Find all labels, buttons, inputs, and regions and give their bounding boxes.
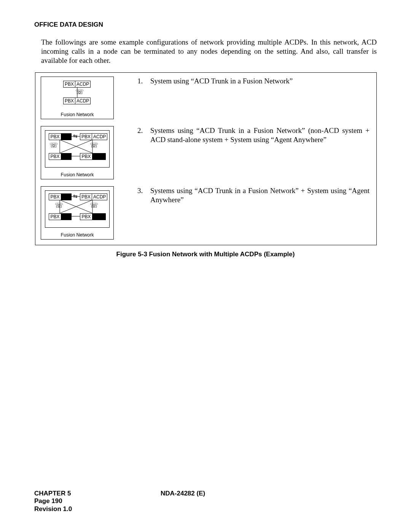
pbx-label: PBX: [64, 98, 75, 104]
footer-revision: Revision 1.0: [34, 505, 377, 513]
fusion-network-label: Fusion Network: [41, 232, 113, 238]
phone-icon: ☏: [90, 142, 95, 148]
diagram-2: PBX ⇆ PBX ACDP ☏ ☏ PBX: [41, 126, 114, 179]
intro-paragraph: The followings are some example configur…: [41, 38, 377, 65]
pbx-label: PBX: [49, 214, 61, 220]
pbx-label: PBX: [80, 153, 92, 160]
footer-doc-number: NDA-24282 (E): [161, 490, 205, 497]
link-icon: ⇆: [73, 133, 78, 139]
acdp-label: ACDP: [75, 98, 90, 104]
fusion-network-label: Fusion Network: [41, 112, 113, 117]
black-cell: [92, 153, 105, 160]
phone-icon: ☏: [90, 203, 95, 208]
diagram-1: PBX ACDP ☏ PBX ACDP Fusion Network: [41, 77, 114, 119]
black-cell: [92, 214, 105, 220]
list-number: 2.: [137, 126, 150, 144]
pbx-label: PBX: [80, 194, 92, 200]
pbx-label: PBX: [49, 153, 61, 160]
list-text: Systems using “ACD Trunk in a Fusion Net…: [150, 126, 370, 144]
pbx-label: PBX: [49, 134, 61, 140]
footer-chapter: CHAPTER 5: [34, 490, 377, 497]
pbx-label: PBX: [49, 194, 61, 200]
page-footer: CHAPTER 5 Page 190 Revision 1.0 NDA-2428…: [34, 490, 377, 513]
diagram-3: PBX ⇆ PBX ACDP ☏ ☏ PBX PBX: [41, 186, 114, 240]
section-title: OFFICE DATA DESIGN: [34, 21, 377, 29]
acdp-label: ACDP: [75, 81, 90, 87]
figure-caption: Figure 5-3 Fusion Network with Multiple …: [34, 251, 377, 258]
footer-page: Page 190: [34, 497, 377, 505]
phone-icon: ☏: [49, 142, 55, 148]
black-cell: [61, 153, 71, 160]
list-number: 3.: [137, 186, 150, 204]
pbx-label: PBX: [80, 134, 92, 140]
phone-icon: ☏: [55, 203, 60, 208]
pbx-label: PBX: [80, 214, 92, 220]
phone-icon: ☏: [75, 89, 81, 94]
black-cell: [61, 194, 71, 200]
pbx-label: PBX: [64, 81, 75, 87]
list-text: System using “ACD Trunk in a Fusion Netw…: [150, 77, 370, 86]
link-icon: ⇆: [73, 193, 78, 200]
acdp-label: ACDP: [92, 194, 107, 200]
acdp-label: ACDP: [92, 134, 107, 140]
black-cell: [61, 134, 71, 140]
list-text: Systems using “ACD Trunk in a Fusion Net…: [150, 186, 370, 204]
fusion-network-label: Fusion Network: [41, 172, 113, 177]
list-number: 1.: [137, 77, 150, 86]
black-cell: [61, 214, 71, 220]
figure-box: PBX ACDP ☏ PBX ACDP Fusion Network 1. Sy…: [35, 72, 377, 245]
